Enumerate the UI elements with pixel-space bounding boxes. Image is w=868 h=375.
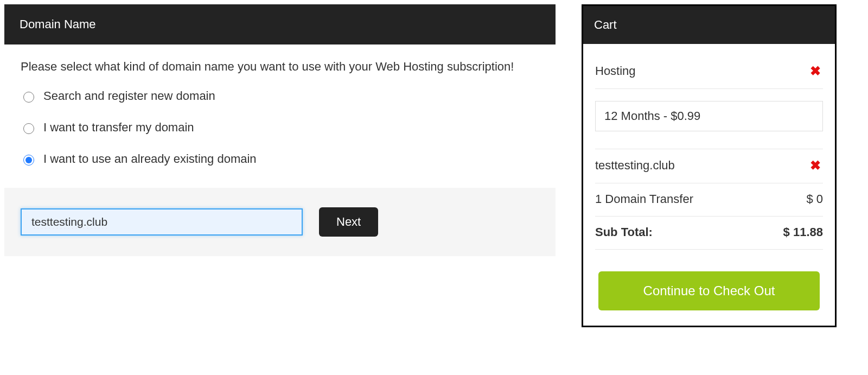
checkout-button[interactable]: Continue to Check Out xyxy=(598,271,820,310)
cart-item-hosting: Hosting ✖ xyxy=(595,55,823,89)
domain-panel-title: Domain Name xyxy=(4,4,556,45)
domain-form-strip: Next xyxy=(4,188,556,256)
subtotal-label: Sub Total: xyxy=(595,225,653,239)
cart-item-label: testtesting.club xyxy=(595,158,675,173)
cart-item-domain: testtesting.club ✖ xyxy=(595,149,823,183)
radio-label: Search and register new domain xyxy=(43,89,215,103)
cart-subtotal-row: Sub Total: $ 11.88 xyxy=(595,217,823,250)
radio-option-existing-domain[interactable]: I want to use an already existing domain xyxy=(21,152,539,166)
cart-title: Cart xyxy=(583,6,835,44)
cart-panel: Cart Hosting ✖ 12 Months - $0.99 testtes… xyxy=(582,4,837,327)
radio-existing-domain[interactable] xyxy=(23,155,34,166)
period-select[interactable]: 12 Months - $0.99 xyxy=(595,101,823,131)
cart-item-transfer: 1 Domain Transfer $ 0 xyxy=(595,183,823,217)
radio-new-domain[interactable] xyxy=(23,92,34,103)
domain-panel: Domain Name Please select what kind of d… xyxy=(4,4,556,327)
cart-item-label: 1 Domain Transfer xyxy=(595,192,693,206)
cart-period-row: 12 Months - $0.99 xyxy=(595,89,823,149)
domain-prompt: Please select what kind of domain name y… xyxy=(21,60,539,74)
radio-transfer-domain[interactable] xyxy=(23,123,34,134)
radio-option-new-domain[interactable]: Search and register new domain xyxy=(21,89,539,103)
cart-item-label: Hosting xyxy=(595,64,636,78)
domain-input[interactable] xyxy=(21,208,303,236)
radio-option-transfer-domain[interactable]: I want to transfer my domain xyxy=(21,120,539,135)
radio-label: I want to transfer my domain xyxy=(43,120,194,135)
remove-hosting-icon[interactable]: ✖ xyxy=(808,63,823,79)
radio-label: I want to use an already existing domain xyxy=(43,152,257,166)
cart-item-price: $ 0 xyxy=(806,192,823,206)
remove-domain-icon[interactable]: ✖ xyxy=(808,158,823,173)
next-button[interactable]: Next xyxy=(319,207,378,237)
subtotal-value: $ 11.88 xyxy=(783,225,823,239)
